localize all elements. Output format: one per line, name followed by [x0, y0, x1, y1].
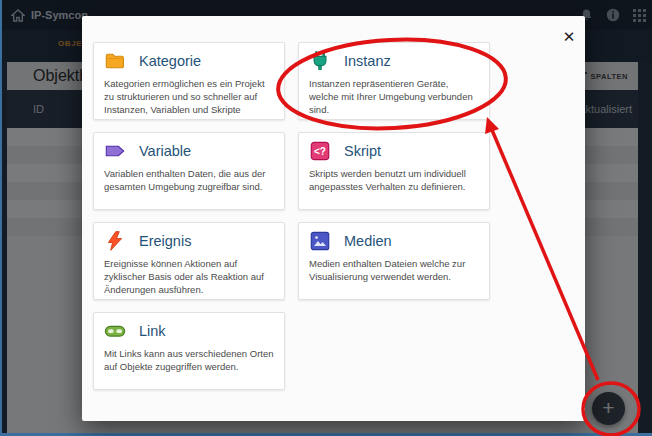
- link-icon: [104, 320, 126, 342]
- card-kategorie[interactable]: Kategorie Kategorien ermöglichen es ein …: [93, 42, 285, 120]
- script-icon: <?: [309, 140, 331, 162]
- card-description: Medien enthalten Dateien welche zur Visu…: [309, 257, 479, 283]
- card-title: Kategorie: [139, 53, 201, 69]
- card-description: Instanzen repräsentieren Geräte, welche …: [309, 77, 479, 116]
- object-type-cards: Kategorie Kategorien ermöglichen es ein …: [93, 42, 490, 390]
- plug-icon: [309, 50, 331, 72]
- card-variable[interactable]: Variable Variablen enthalten Daten, die …: [93, 132, 285, 210]
- card-description: Kategorien ermöglichen es ein Projekt zu…: [104, 77, 274, 120]
- card-link[interactable]: Link Mit Links kann aus verschiedenen Or…: [93, 312, 285, 390]
- window-border-left: [0, 0, 2, 436]
- close-icon[interactable]: ✕: [560, 28, 578, 46]
- card-title: Ereignis: [139, 233, 191, 249]
- card-title: Medien: [344, 233, 392, 249]
- card-description: Ereignisse können Aktionen auf zyklische…: [104, 257, 274, 296]
- card-instanz[interactable]: Instanz Instanzen repräsentieren Geräte,…: [298, 42, 490, 120]
- lightning-icon: [104, 230, 126, 252]
- card-ereignis[interactable]: Ereignis Ereignisse können Aktionen auf …: [93, 222, 285, 300]
- add-object-dialog: ✕ Kategorie Kategorien ermöglichen es ei…: [82, 16, 585, 421]
- card-title: Variable: [139, 143, 191, 159]
- svg-text:<?: <?: [314, 146, 326, 157]
- tag-icon: [104, 140, 126, 162]
- card-skript[interactable]: <? Skript Skripts werden benutzt um indi…: [298, 132, 490, 210]
- folder-icon: [104, 50, 126, 72]
- card-description: Mit Links kann aus verschiedenen Orten a…: [104, 347, 274, 373]
- card-title: Skript: [344, 143, 381, 159]
- card-title: Link: [139, 323, 166, 339]
- card-description: Variablen enthalten Daten, die aus der g…: [104, 167, 274, 193]
- card-title: Instanz: [344, 53, 391, 69]
- media-icon: [309, 230, 331, 252]
- card-medien[interactable]: Medien Medien enthalten Dateien welche z…: [298, 222, 490, 300]
- card-description: Skripts werden benutzt um individuell an…: [309, 167, 479, 193]
